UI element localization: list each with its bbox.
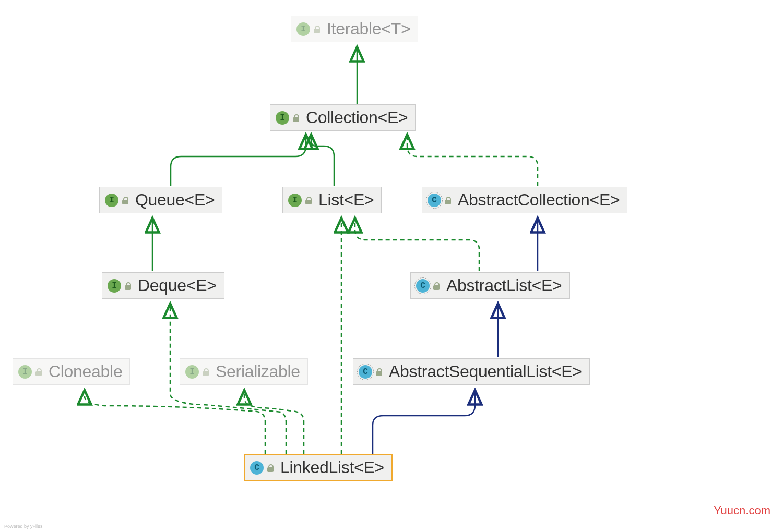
node-abstractcollection[interactable]: C AbstractCollection<E> [422, 187, 627, 213]
lock-icon [444, 196, 452, 204]
lock-icon [375, 368, 383, 376]
lock-icon [267, 464, 274, 472]
lock-icon [122, 196, 129, 204]
interface-icon: I [18, 365, 32, 379]
lock-icon [124, 282, 132, 290]
interface-icon: I [105, 194, 118, 207]
node-label: Deque<E> [138, 276, 217, 295]
node-deque[interactable]: I Deque<E> [102, 272, 224, 299]
watermark-bottom-right: Yuucn.com [714, 504, 770, 517]
edge-abstractlist-list [355, 218, 479, 271]
node-linkedlist[interactable]: C LinkedList<E> [244, 454, 393, 481]
node-list[interactable]: I List<E> [282, 187, 382, 213]
interface-icon: I [185, 365, 199, 379]
edge-list-collection [311, 135, 334, 186]
interface-icon: I [296, 22, 310, 36]
lock-icon [292, 114, 300, 122]
lock-icon [305, 196, 312, 204]
watermark-bottom-left: Powered by yFiles [4, 524, 43, 529]
node-cloneable[interactable]: I Cloneable [13, 358, 130, 385]
node-label: Iterable<T> [327, 19, 410, 39]
node-collection[interactable]: I Collection<E> [270, 104, 416, 131]
node-label: LinkedList<E> [280, 458, 384, 477]
edge-linkedlist-abstractseq [373, 390, 475, 454]
lock-icon [433, 282, 440, 290]
node-label: AbstractSequentialList<E> [389, 362, 582, 381]
diagram-canvas: I Iterable<T> I Collection<E> I Queue<E>… [0, 0, 783, 532]
connector-layer [0, 0, 783, 532]
abstract-class-icon: C [428, 194, 441, 207]
abstract-class-icon: C [359, 365, 372, 379]
lock-icon [202, 368, 209, 376]
node-serializable[interactable]: I Serializable [180, 358, 308, 385]
edge-queue-collection [171, 135, 306, 186]
edge-linkedlist-cloneable [85, 390, 265, 454]
class-icon: C [250, 461, 264, 475]
node-label: Collection<E> [306, 108, 408, 127]
edge-abstractcollection-collection [407, 135, 538, 186]
interface-icon: I [288, 194, 302, 207]
node-label: Serializable [216, 362, 300, 381]
abstract-class-icon: C [416, 279, 430, 293]
edge-linkedlist-serializable [244, 390, 304, 454]
node-queue[interactable]: I Queue<E> [99, 187, 222, 213]
node-abstractseq[interactable]: C AbstractSequentialList<E> [353, 358, 590, 385]
node-abstractlist[interactable]: C AbstractList<E> [410, 272, 570, 299]
interface-icon: I [276, 111, 289, 125]
node-label: List<E> [318, 190, 374, 210]
node-label: Cloneable [49, 362, 122, 381]
node-label: AbstractList<E> [446, 276, 562, 295]
node-label: Queue<E> [135, 190, 215, 210]
lock-icon [35, 368, 42, 376]
lock-icon [313, 25, 321, 33]
interface-icon: I [108, 279, 121, 293]
node-label: AbstractCollection<E> [458, 190, 620, 210]
node-iterable[interactable]: I Iterable<T> [291, 16, 418, 42]
